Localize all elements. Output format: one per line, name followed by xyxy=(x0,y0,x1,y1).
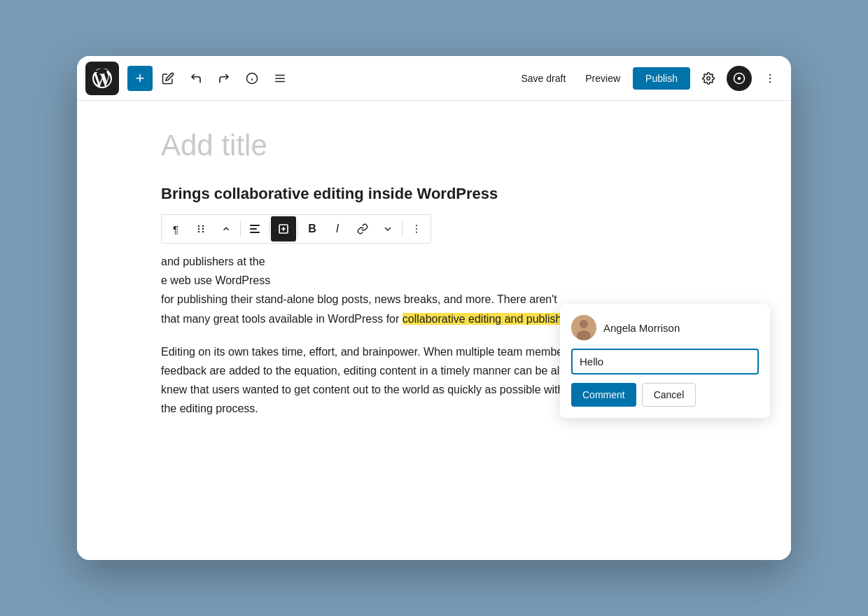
svg-point-8 xyxy=(738,76,741,80)
add-block-button[interactable]: + xyxy=(127,66,153,91)
paragraph-tool[interactable]: ¶ xyxy=(163,216,188,241)
comment-actions: Comment Cancel xyxy=(571,383,759,407)
post-title-placeholder[interactable]: Add title xyxy=(161,129,707,162)
svg-point-28 xyxy=(580,320,588,328)
publish-button[interactable]: Publish xyxy=(633,67,690,90)
block-toolbar: ¶ xyxy=(161,214,431,244)
drag-tool[interactable] xyxy=(188,216,214,241)
dots-icon xyxy=(411,223,422,234)
top-toolbar: + xyxy=(77,56,791,101)
svg-point-13 xyxy=(202,225,204,227)
settings-button[interactable] xyxy=(696,66,721,91)
highlighted-text: collaborative editing and publishing xyxy=(402,313,577,325)
add-image-icon xyxy=(278,223,289,234)
truncated-text-2: e web use WordPress xyxy=(161,274,270,286)
body-text-2: that many great tools available in WordP… xyxy=(161,313,402,325)
svg-rect-19 xyxy=(250,228,257,230)
list-icon xyxy=(274,72,286,85)
link-icon xyxy=(357,223,368,234)
info-button[interactable] xyxy=(239,66,265,91)
comment-input[interactable] xyxy=(571,349,759,374)
comment-popup: Angela Morrison Comment Cancel xyxy=(560,304,770,418)
italic-tool[interactable]: I xyxy=(325,216,350,241)
svg-point-12 xyxy=(198,225,200,227)
drag-icon xyxy=(196,224,206,234)
toolbar-divider-1 xyxy=(240,220,241,237)
toolbar-divider-2 xyxy=(269,220,270,237)
more-options-button[interactable] xyxy=(757,66,783,91)
toolbar-divider-4 xyxy=(402,220,402,237)
editor-area: Add title Brings collaborative editing i… xyxy=(77,101,791,560)
svg-point-17 xyxy=(202,231,204,232)
align-icon xyxy=(250,225,260,233)
toolbar-actions: Save draft Preview Publish xyxy=(514,66,783,91)
commenter-name: Angela Morrison xyxy=(603,322,680,334)
redo-button[interactable] xyxy=(211,66,237,91)
svg-rect-20 xyxy=(250,232,260,233)
svg-rect-18 xyxy=(250,225,260,226)
comments-button[interactable] xyxy=(727,66,752,91)
svg-point-24 xyxy=(416,225,417,226)
list-view-button[interactable] xyxy=(267,66,293,91)
cancel-comment-button[interactable]: Cancel xyxy=(642,383,696,407)
arrows-icon xyxy=(221,224,231,234)
svg-point-9 xyxy=(769,74,771,75)
chevron-down-icon xyxy=(382,223,393,234)
svg-point-16 xyxy=(198,231,200,232)
bold-tool[interactable]: B xyxy=(300,216,325,241)
pencil-icon xyxy=(162,72,174,85)
submit-comment-button[interactable]: Comment xyxy=(571,383,636,407)
wp-logo-icon xyxy=(92,69,112,88)
more-tool[interactable] xyxy=(375,216,400,241)
preview-button[interactable]: Preview xyxy=(578,69,627,88)
body-text-1: for publishing their stand-alone blog po… xyxy=(161,293,557,305)
save-draft-button[interactable]: Save draft xyxy=(514,69,573,88)
app-window: + xyxy=(77,56,791,560)
dots-tool[interactable] xyxy=(404,216,429,241)
edit-button[interactable] xyxy=(155,66,181,91)
undo-button[interactable] xyxy=(183,66,209,91)
avatar xyxy=(571,315,596,340)
svg-point-14 xyxy=(198,228,200,230)
toolbar-divider-3 xyxy=(298,220,298,237)
info-icon xyxy=(246,72,258,85)
svg-point-11 xyxy=(769,81,771,83)
svg-point-6 xyxy=(707,76,710,80)
undo-icon xyxy=(190,72,202,85)
truncated-text-1: and publishers at the xyxy=(161,255,265,267)
more-vertical-icon xyxy=(764,72,776,85)
add-image-tool[interactable] xyxy=(271,216,296,241)
comment-icon xyxy=(733,72,746,85)
svg-point-25 xyxy=(416,228,417,230)
svg-point-26 xyxy=(416,232,417,233)
align-tool[interactable] xyxy=(242,216,267,241)
redo-icon xyxy=(218,72,230,85)
comment-header: Angela Morrison xyxy=(571,315,759,340)
svg-point-15 xyxy=(202,228,204,230)
move-tool[interactable] xyxy=(214,216,239,241)
post-heading: Brings collaborative editing inside Word… xyxy=(161,185,707,203)
svg-point-10 xyxy=(769,77,771,78)
link-tool[interactable] xyxy=(350,216,375,241)
avatar-image xyxy=(571,315,596,340)
wordpress-logo xyxy=(85,62,119,95)
gear-icon xyxy=(702,72,715,85)
